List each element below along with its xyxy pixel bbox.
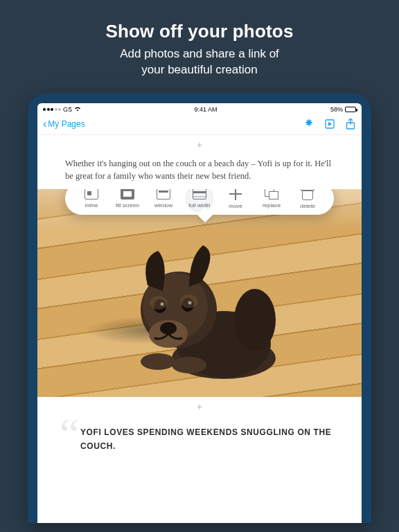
svg-point-14	[180, 294, 198, 308]
promo-subtitle: Add photos and share a link of your beau…	[105, 46, 293, 78]
magic-icon[interactable]	[303, 118, 314, 130]
window-icon	[157, 189, 170, 200]
carrier-label: GS	[63, 106, 72, 113]
tool-window[interactable]: window	[145, 189, 181, 209]
battery-icon	[345, 107, 356, 112]
promo-title: Show off your photos	[105, 21, 293, 42]
move-icon	[229, 189, 242, 200]
battery-percent: 58%	[330, 106, 343, 113]
chevron-left-icon: ‹	[43, 118, 46, 130]
add-block-top[interactable]: +	[37, 135, 362, 154]
pull-quote[interactable]: “ YOFI LOVES SPENDING WEEKENDS SNUGGLING…	[37, 416, 362, 475]
status-bar: GS 9:41 AM 58%	[37, 103, 362, 114]
app-screen: GS 9:41 AM 58% ‹ My Pages	[37, 103, 362, 523]
promo-copy: Show off your photos Add photos and shar…	[78, 0, 321, 94]
tool-move[interactable]: move	[218, 189, 254, 209]
back-label: My Pages	[48, 119, 85, 129]
image-toolbar: inline fill screen window full widt	[65, 189, 334, 215]
status-right: 58%	[330, 106, 356, 113]
hero-image[interactable]: inline fill screen window full widt	[37, 189, 362, 397]
tablet-bezel: GS 9:41 AM 58% ‹ My Pages	[28, 94, 371, 523]
inline-icon	[85, 189, 98, 200]
tool-delete[interactable]: delete	[290, 189, 326, 209]
delete-icon	[302, 189, 313, 200]
signal-dots-icon	[43, 108, 61, 111]
replace-icon	[265, 189, 278, 200]
quote-mark-icon: “	[60, 412, 79, 456]
svg-point-15	[141, 353, 175, 370]
app-store-promo-frame: Show off your photos Add photos and shar…	[0, 0, 399, 532]
nav-bar: ‹ My Pages	[37, 114, 362, 135]
dog-illustration	[120, 237, 279, 382]
share-icon[interactable]	[345, 118, 356, 130]
preview-icon[interactable]	[324, 118, 335, 130]
fill-screen-icon	[121, 189, 134, 200]
svg-point-13	[150, 296, 168, 310]
tool-inline[interactable]: inline	[73, 189, 109, 209]
svg-point-4	[234, 289, 276, 351]
svg-point-16	[172, 357, 206, 373]
body-paragraph[interactable]: Whether it's hanging out on the couch or…	[37, 154, 362, 189]
svg-point-8	[160, 322, 177, 335]
status-left: GS	[43, 106, 81, 113]
status-time: 9:41 AM	[194, 106, 217, 113]
full-width-icon	[193, 189, 206, 200]
tool-replace[interactable]: replace	[254, 189, 290, 209]
page-content: + Whether it's hanging out on the couch …	[37, 135, 362, 523]
tool-fill-screen[interactable]: fill screen	[109, 189, 145, 209]
back-button[interactable]: ‹ My Pages	[43, 118, 85, 130]
tool-full-width[interactable]: full width	[181, 189, 218, 209]
wifi-icon	[74, 106, 81, 113]
nav-actions	[303, 118, 356, 130]
quote-text: YOFI LOVES SPENDING WEEKENDS SNUGGLING O…	[80, 426, 334, 454]
add-block-mid[interactable]: +	[37, 397, 362, 416]
